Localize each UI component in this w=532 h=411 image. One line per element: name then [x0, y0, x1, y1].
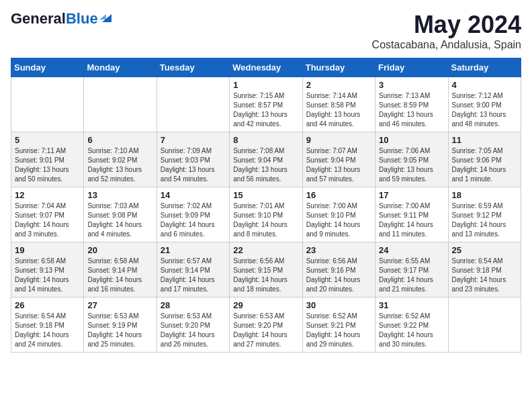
day-number: 27 [87, 300, 152, 310]
day-number: 15 [233, 190, 298, 200]
day-number: 7 [161, 135, 226, 145]
calendar-cell: 30Sunrise: 6:52 AMSunset: 9:21 PMDayligh… [302, 298, 375, 353]
day-info: Sunrise: 7:03 AMSunset: 9:08 PMDaylight:… [87, 201, 152, 239]
weekday-header-tuesday: Tuesday [157, 58, 229, 77]
calendar-cell: 12Sunrise: 7:04 AMSunset: 9:07 PMDayligh… [11, 187, 84, 242]
calendar-cell: 7Sunrise: 7:09 AMSunset: 9:03 PMDaylight… [157, 132, 229, 187]
month-title: May 2024 [372, 11, 521, 39]
calendar-cell: 5Sunrise: 7:11 AMSunset: 9:01 PMDaylight… [11, 132, 84, 187]
calendar-cell: 16Sunrise: 7:00 AMSunset: 9:10 PMDayligh… [302, 187, 375, 242]
day-info: Sunrise: 6:58 AMSunset: 9:13 PMDaylight:… [15, 257, 80, 294]
day-info: Sunrise: 7:13 AMSunset: 8:59 PMDaylight:… [379, 91, 444, 129]
day-info: Sunrise: 6:53 AMSunset: 9:19 PMDaylight:… [87, 312, 152, 349]
day-number: 2 [306, 80, 371, 90]
calendar-week-row: 1Sunrise: 7:15 AMSunset: 8:57 PMDaylight… [11, 77, 521, 132]
day-info: Sunrise: 7:00 AMSunset: 9:10 PMDaylight:… [306, 201, 371, 239]
day-number: 9 [306, 135, 371, 145]
calendar-cell: 14Sunrise: 7:02 AMSunset: 9:09 PMDayligh… [157, 187, 229, 242]
day-number: 13 [87, 190, 152, 200]
day-info: Sunrise: 7:02 AMSunset: 9:09 PMDaylight:… [161, 201, 226, 239]
calendar-week-row: 19Sunrise: 6:58 AMSunset: 9:13 PMDayligh… [11, 242, 521, 298]
day-number: 21 [161, 245, 226, 255]
calendar-cell: 10Sunrise: 7:06 AMSunset: 9:05 PMDayligh… [375, 132, 448, 187]
day-info: Sunrise: 6:52 AMSunset: 9:22 PMDaylight:… [379, 312, 444, 349]
day-number: 14 [161, 190, 226, 200]
day-info: Sunrise: 7:09 AMSunset: 9:03 PMDaylight:… [161, 146, 226, 184]
calendar-table: SundayMondayTuesdayWednesdayThursdayFrid… [11, 58, 521, 353]
calendar-cell [84, 77, 157, 132]
calendar-cell: 29Sunrise: 6:53 AMSunset: 9:20 PMDayligh… [230, 298, 302, 353]
day-number: 3 [379, 80, 444, 90]
calendar-cell: 21Sunrise: 6:57 AMSunset: 9:14 PMDayligh… [157, 242, 229, 298]
weekday-header-wednesday: Wednesday [230, 58, 302, 77]
day-info: Sunrise: 6:54 AMSunset: 9:18 PMDaylight:… [15, 312, 80, 349]
calendar-cell: 27Sunrise: 6:53 AMSunset: 9:19 PMDayligh… [84, 298, 157, 353]
calendar-cell: 22Sunrise: 6:56 AMSunset: 9:15 PMDayligh… [230, 242, 302, 298]
day-number: 24 [379, 245, 444, 255]
day-number: 25 [452, 245, 517, 255]
day-info: Sunrise: 6:57 AMSunset: 9:14 PMDaylight:… [161, 257, 226, 294]
calendar-cell: 3Sunrise: 7:13 AMSunset: 8:59 PMDaylight… [375, 77, 448, 132]
day-info: Sunrise: 7:08 AMSunset: 9:04 PMDaylight:… [233, 146, 298, 184]
calendar-cell: 25Sunrise: 6:54 AMSunset: 9:18 PMDayligh… [448, 242, 521, 298]
day-number: 8 [233, 135, 298, 145]
day-number: 10 [379, 135, 444, 145]
day-number: 28 [161, 300, 226, 310]
day-info: Sunrise: 7:15 AMSunset: 8:57 PMDaylight:… [233, 91, 298, 129]
calendar-cell [11, 77, 84, 132]
calendar-week-row: 5Sunrise: 7:11 AMSunset: 9:01 PMDaylight… [11, 132, 521, 187]
day-number: 26 [15, 300, 80, 310]
day-number: 20 [87, 245, 152, 255]
calendar-cell: 11Sunrise: 7:05 AMSunset: 9:06 PMDayligh… [448, 132, 521, 187]
day-info: Sunrise: 6:54 AMSunset: 9:18 PMDaylight:… [452, 257, 517, 294]
day-number: 31 [379, 300, 444, 310]
calendar-cell: 2Sunrise: 7:14 AMSunset: 8:58 PMDaylight… [302, 77, 375, 132]
day-info: Sunrise: 7:01 AMSunset: 9:10 PMDaylight:… [233, 201, 298, 239]
day-number: 23 [306, 245, 371, 255]
calendar-cell: 1Sunrise: 7:15 AMSunset: 8:57 PMDaylight… [230, 77, 302, 132]
day-number: 17 [379, 190, 444, 200]
calendar-cell: 18Sunrise: 6:59 AMSunset: 9:12 PMDayligh… [448, 187, 521, 242]
day-info: Sunrise: 7:14 AMSunset: 8:58 PMDaylight:… [306, 91, 371, 129]
title-block: May 2024 Costacabana, Andalusia, Spain [372, 11, 521, 51]
calendar-cell [157, 77, 229, 132]
day-number: 6 [87, 135, 152, 145]
calendar-cell: 8Sunrise: 7:08 AMSunset: 9:04 PMDaylight… [230, 132, 302, 187]
day-number: 18 [452, 190, 517, 200]
logo-icon [99, 11, 112, 24]
day-info: Sunrise: 6:53 AMSunset: 9:20 PMDaylight:… [161, 312, 226, 349]
calendar-cell [448, 298, 521, 353]
day-info: Sunrise: 6:53 AMSunset: 9:20 PMDaylight:… [233, 312, 298, 349]
day-number: 22 [233, 245, 298, 255]
logo: GeneralBlue [11, 11, 112, 27]
day-number: 30 [306, 300, 371, 310]
day-info: Sunrise: 7:05 AMSunset: 9:06 PMDaylight:… [452, 146, 517, 184]
weekday-header-saturday: Saturday [448, 58, 521, 77]
calendar-cell: 20Sunrise: 6:58 AMSunset: 9:14 PMDayligh… [84, 242, 157, 298]
day-number: 16 [306, 190, 371, 200]
calendar-cell: 23Sunrise: 6:56 AMSunset: 9:16 PMDayligh… [302, 242, 375, 298]
weekday-header-sunday: Sunday [11, 58, 84, 77]
weekday-header-friday: Friday [375, 58, 448, 77]
weekday-header-monday: Monday [84, 58, 157, 77]
day-info: Sunrise: 7:00 AMSunset: 9:11 PMDaylight:… [379, 201, 444, 239]
day-info: Sunrise: 6:55 AMSunset: 9:17 PMDaylight:… [379, 257, 444, 294]
day-number: 4 [452, 80, 517, 90]
calendar-week-row: 26Sunrise: 6:54 AMSunset: 9:18 PMDayligh… [11, 298, 521, 353]
day-info: Sunrise: 7:10 AMSunset: 9:02 PMDaylight:… [87, 146, 152, 184]
page-header: GeneralBlue May 2024 Costacabana, Andalu… [11, 11, 521, 51]
day-number: 12 [15, 190, 80, 200]
calendar-cell: 13Sunrise: 7:03 AMSunset: 9:08 PMDayligh… [84, 187, 157, 242]
day-number: 19 [15, 245, 80, 255]
day-number: 29 [233, 300, 298, 310]
day-info: Sunrise: 6:52 AMSunset: 9:21 PMDaylight:… [306, 312, 371, 349]
calendar-cell: 4Sunrise: 7:12 AMSunset: 9:00 PMDaylight… [448, 77, 521, 132]
day-info: Sunrise: 7:07 AMSunset: 9:04 PMDaylight:… [306, 146, 371, 184]
calendar-cell: 26Sunrise: 6:54 AMSunset: 9:18 PMDayligh… [11, 298, 84, 353]
location: Costacabana, Andalusia, Spain [372, 39, 521, 51]
day-info: Sunrise: 7:12 AMSunset: 9:00 PMDaylight:… [452, 91, 517, 129]
day-number: 5 [15, 135, 80, 145]
svg-marker-1 [99, 14, 106, 19]
calendar-week-row: 12Sunrise: 7:04 AMSunset: 9:07 PMDayligh… [11, 187, 521, 242]
day-number: 1 [233, 80, 298, 90]
